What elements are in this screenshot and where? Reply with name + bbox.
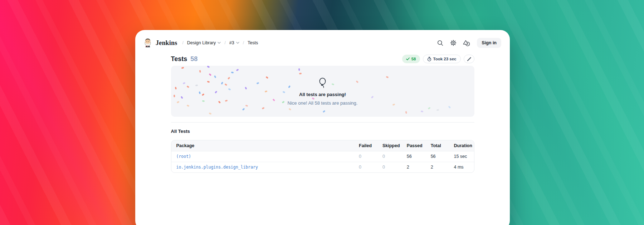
column-header-duration: Duration xyxy=(454,140,474,151)
breadcrumb-item-tests[interactable]: Tests xyxy=(248,40,258,45)
brand-wordmark: Jenkins xyxy=(156,39,177,47)
chevron-down-icon xyxy=(218,42,221,44)
failed-cell: 0 xyxy=(359,151,382,162)
sign-in-button[interactable]: Sign in xyxy=(477,38,501,48)
duration-cell: 4 ms xyxy=(454,162,474,172)
package-link[interactable]: (root) xyxy=(176,154,191,159)
page-content: Tests 58 58 Took 23 sec xyxy=(171,53,474,173)
jenkins-butler-logo-icon xyxy=(143,37,152,49)
jenkins-home-link[interactable]: Jenkins xyxy=(143,37,177,49)
edit-button[interactable] xyxy=(464,55,474,63)
passed-cell: 2 xyxy=(407,162,431,172)
breadcrumb-separator: / xyxy=(243,40,244,45)
skipped-cell: 0 xyxy=(382,151,407,162)
banner-message: All tests are passing! Nice one! All 58 … xyxy=(171,66,474,117)
stopwatch-icon xyxy=(427,57,431,61)
pencil-icon xyxy=(467,57,471,61)
breadcrumb-separator: / xyxy=(182,40,183,45)
all-tests-heading: All Tests xyxy=(171,129,474,134)
app-header: Jenkins / Design Library / #3 / Tests xyxy=(135,30,510,49)
breadcrumb-item-design-library[interactable]: Design Library xyxy=(187,40,221,45)
summary-badges: 58 Took 23 sec xyxy=(402,55,474,63)
table-row: (root) 0 0 56 56 15 sec xyxy=(171,151,474,162)
passed-count-label: 58 xyxy=(411,57,416,61)
total-cell: 56 xyxy=(431,151,454,162)
breadcrumb-label: Tests xyxy=(248,40,258,45)
table-header-row: Package Failed Skipped Passed Total Dura… xyxy=(171,140,474,151)
page-title-row: Tests 58 58 Took 23 sec xyxy=(171,53,474,65)
balloon-icon xyxy=(318,77,327,89)
header-actions: Sign in xyxy=(435,38,501,48)
breadcrumb-label: Design Library xyxy=(187,40,216,45)
column-header-skipped: Skipped xyxy=(382,140,407,151)
header-left: Jenkins / Design Library / #3 / Tests xyxy=(143,37,258,49)
desktop-background: { "app": { "brand": "Jenkins" }, "header… xyxy=(0,0,644,225)
tests-passing-banner: All tests are passing! Nice one! All 58 … xyxy=(171,66,474,117)
column-header-package: Package xyxy=(171,140,359,151)
breadcrumb-label: #3 xyxy=(229,40,234,45)
banner-subheading: Nice one! All 58 tests are passing. xyxy=(288,100,358,106)
app-window: Jenkins / Design Library / #3 / Tests xyxy=(135,30,510,225)
total-cell: 2 xyxy=(431,162,454,172)
failed-cell: 0 xyxy=(359,162,382,172)
page-title-group: Tests 58 xyxy=(171,55,198,63)
settings-gear-icon[interactable] xyxy=(449,38,458,48)
table-row: io.jenkins.plugins.design_library 0 0 2 … xyxy=(171,162,474,172)
tests-table: Package Failed Skipped Passed Total Dura… xyxy=(171,140,474,173)
section-divider xyxy=(171,122,474,122)
check-icon xyxy=(406,58,410,60)
column-header-failed: Failed xyxy=(359,140,382,151)
duration-cell: 15 sec xyxy=(454,151,474,162)
passed-cell: 56 xyxy=(407,151,431,162)
breadcrumb: / Design Library / #3 / Tests xyxy=(182,40,258,45)
chevron-down-icon xyxy=(236,42,239,44)
page-title: Tests xyxy=(171,55,187,63)
shapes-icon[interactable] xyxy=(462,38,471,48)
skipped-cell: 0 xyxy=(382,162,407,172)
column-header-passed: Passed xyxy=(407,140,431,151)
duration-badge: Took 23 sec xyxy=(423,55,461,63)
banner-heading: All tests are passing! xyxy=(299,92,346,97)
column-header-total: Total xyxy=(431,140,454,151)
package-link[interactable]: io.jenkins.plugins.design_library xyxy=(176,165,258,170)
breadcrumb-item-build-3[interactable]: #3 xyxy=(229,40,239,45)
breadcrumb-separator: / xyxy=(224,40,225,45)
page-title-count: 58 xyxy=(190,55,197,63)
duration-label: Took 23 sec xyxy=(433,57,457,61)
passed-count-badge: 58 xyxy=(402,55,420,63)
search-icon[interactable] xyxy=(435,38,445,48)
